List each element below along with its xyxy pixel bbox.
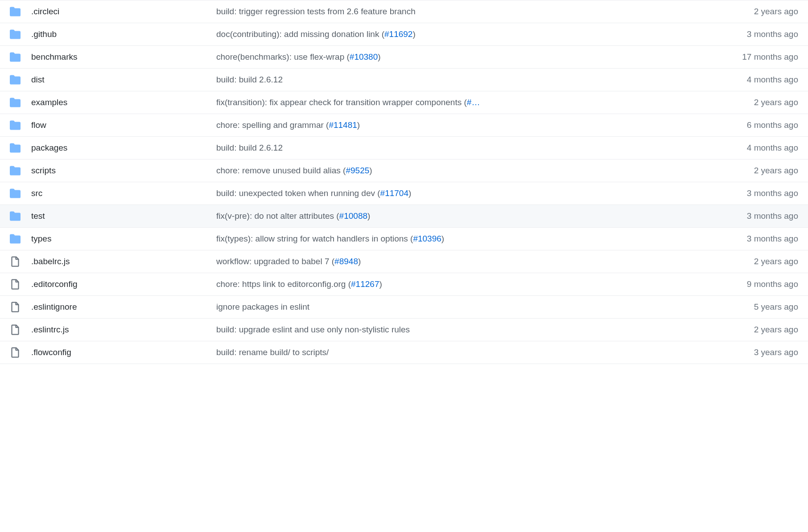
folder-icon <box>10 74 31 85</box>
file-name-link[interactable]: .flowconfig <box>31 348 71 357</box>
commit-text: fix(transition): fix appear check for tr… <box>216 98 467 107</box>
file-row: .githubdoc(contributing): add missing do… <box>0 23 808 46</box>
commit-text: build: build 2.6.12 <box>216 75 283 84</box>
file-name: .github <box>31 29 216 39</box>
commit-message: build: unexpected token when running dev… <box>216 188 718 198</box>
issue-link[interactable]: #9525 <box>346 166 369 175</box>
file-name-link[interactable]: .circleci <box>31 7 59 16</box>
commit-age: 17 months ago <box>718 52 798 62</box>
commit-age: 9 months ago <box>718 279 798 289</box>
commit-text-suffix: ) <box>367 211 370 221</box>
file-name-link[interactable]: test <box>31 211 45 221</box>
commit-age: 3 years ago <box>718 348 798 357</box>
commit-age: 3 months ago <box>718 211 798 221</box>
file-name-link[interactable]: .editorconfig <box>31 279 78 289</box>
folder-icon <box>10 29 31 40</box>
commit-message: workflow: upgraded to babel 7 (#8948) <box>216 257 718 266</box>
issue-link[interactable]: #10088 <box>339 211 367 221</box>
commit-text: chore(benchmarks): use flex-wrap ( <box>216 52 350 61</box>
folder-icon <box>10 233 31 244</box>
file-name-link[interactable]: types <box>31 234 51 243</box>
issue-link[interactable]: #8948 <box>334 257 358 266</box>
issue-link[interactable]: #10396 <box>413 234 441 243</box>
issue-link[interactable]: #11267 <box>351 279 379 289</box>
commit-message-link[interactable]: fix(transition): fix appear check for tr… <box>216 98 480 107</box>
commit-message-link[interactable]: fix(types): allow string for watch handl… <box>216 234 444 243</box>
commit-text: chore: https link to editorconfig.org ( <box>216 279 351 289</box>
commit-message: chore: spelling and grammar (#11481) <box>216 120 718 130</box>
file-row: srcbuild: unexpected token when running … <box>0 182 808 205</box>
file-name: benchmarks <box>31 52 216 62</box>
commit-age: 4 months ago <box>718 75 798 85</box>
file-name-link[interactable]: .eslintignore <box>31 302 77 311</box>
file-icon <box>10 256 31 267</box>
commit-message-link[interactable]: ignore packages in eslint <box>216 302 309 311</box>
commit-age: 4 months ago <box>718 143 798 153</box>
commit-message-link[interactable]: fix(v-pre): do not alter attributes (#10… <box>216 211 370 221</box>
commit-text: chore: spelling and grammar ( <box>216 120 329 130</box>
commit-message-link[interactable]: build: upgrade eslint and use only non-s… <box>216 325 410 334</box>
file-name: packages <box>31 143 216 153</box>
folder-icon <box>10 120 31 131</box>
file-list: .circlecibuild: trigger regression tests… <box>0 0 808 364</box>
file-name-link[interactable]: .github <box>31 29 57 39</box>
issue-link[interactable]: #11692 <box>384 29 412 39</box>
file-name-link[interactable]: .eslintrc.js <box>31 325 69 334</box>
file-name: flow <box>31 120 216 130</box>
commit-text: build: trigger regression tests from 2.6… <box>216 7 416 16</box>
commit-text: fix(types): allow string for watch handl… <box>216 234 413 243</box>
commit-message: build: build 2.6.12 <box>216 75 718 85</box>
file-name-link[interactable]: scripts <box>31 166 56 175</box>
file-name: .circleci <box>31 7 216 16</box>
issue-link[interactable]: #10380 <box>350 52 378 61</box>
file-name: .babelrc.js <box>31 257 216 266</box>
file-row: .eslintrc.jsbuild: upgrade eslint and us… <box>0 319 808 341</box>
file-icon <box>10 279 31 290</box>
commit-text-suffix: ) <box>378 52 380 61</box>
commit-message-link[interactable]: chore: remove unused build alias (#9525) <box>216 166 372 175</box>
file-row: .babelrc.jsworkflow: upgraded to babel 7… <box>0 250 808 273</box>
file-name-link[interactable]: dist <box>31 75 45 84</box>
file-name: scripts <box>31 166 216 176</box>
commit-message-link[interactable]: chore(benchmarks): use flex-wrap (#10380… <box>216 52 381 61</box>
commit-message-link[interactable]: build: build 2.6.12 <box>216 75 283 84</box>
file-name-link[interactable]: benchmarks <box>31 52 78 61</box>
file-name-link[interactable]: flow <box>31 120 46 130</box>
commit-age: 6 months ago <box>718 120 798 130</box>
file-icon <box>10 302 31 312</box>
folder-icon <box>10 97 31 108</box>
commit-age: 5 years ago <box>718 302 798 312</box>
commit-message: doc(contributing): add missing donation … <box>216 29 718 39</box>
file-name: types <box>31 234 216 244</box>
commit-text: build: build 2.6.12 <box>216 143 283 152</box>
folder-icon <box>10 52 31 62</box>
commit-message-link[interactable]: chore: https link to editorconfig.org (#… <box>216 279 382 289</box>
commit-message-link[interactable]: build: unexpected token when running dev… <box>216 188 411 198</box>
file-row: .circlecibuild: trigger regression tests… <box>0 0 808 23</box>
file-name-link[interactable]: examples <box>31 98 67 107</box>
folder-icon <box>10 165 31 176</box>
folder-icon <box>10 211 31 221</box>
folder-icon <box>10 6 31 17</box>
file-row: distbuild: build 2.6.124 months ago <box>0 69 808 91</box>
file-name-link[interactable]: .babelrc.js <box>31 257 70 266</box>
commit-message-link[interactable]: build: trigger regression tests from 2.6… <box>216 7 416 16</box>
commit-text-suffix: ) <box>357 120 360 130</box>
commit-message-link[interactable]: build: build 2.6.12 <box>216 143 283 152</box>
issue-link[interactable]: #… <box>467 98 480 107</box>
commit-message-link[interactable]: doc(contributing): add missing donation … <box>216 29 416 39</box>
file-name-link[interactable]: src <box>31 188 42 198</box>
issue-link[interactable]: #11481 <box>329 120 357 130</box>
file-name-link[interactable]: packages <box>31 143 67 152</box>
file-row: examplesfix(transition): fix appear chec… <box>0 91 808 114</box>
commit-message: fix(types): allow string for watch handl… <box>216 234 718 244</box>
commit-message-link[interactable]: build: rename build/ to scripts/ <box>216 348 329 357</box>
commit-message-link[interactable]: chore: spelling and grammar (#11481) <box>216 120 360 130</box>
file-row: testfix(v-pre): do not alter attributes … <box>0 205 808 228</box>
issue-link[interactable]: #11704 <box>380 188 408 198</box>
commit-text-suffix: ) <box>358 257 361 266</box>
commit-age: 3 months ago <box>718 234 798 244</box>
file-row: flowchore: spelling and grammar (#11481)… <box>0 114 808 137</box>
file-icon <box>10 324 31 335</box>
commit-message-link[interactable]: workflow: upgraded to babel 7 (#8948) <box>216 257 361 266</box>
